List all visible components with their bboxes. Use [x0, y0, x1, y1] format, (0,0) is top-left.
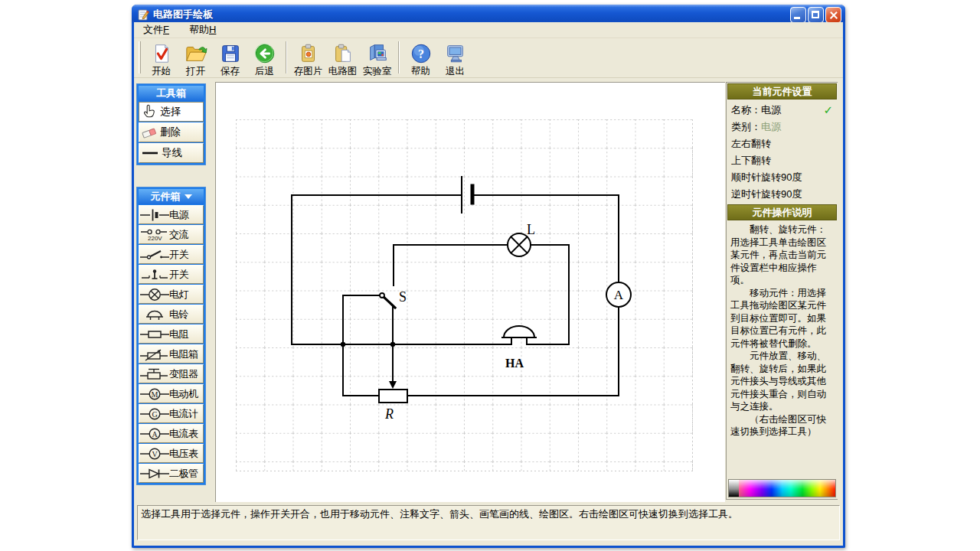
folder-open-icon	[185, 42, 207, 65]
lamp-icon	[140, 287, 169, 302]
menu-bar: 文件F 帮助H	[134, 22, 843, 38]
tool-select-button[interactable]: 选择	[139, 102, 204, 122]
eraser-icon	[142, 125, 157, 140]
junction-dot	[341, 342, 345, 347]
toolbar-grip[interactable]	[139, 41, 141, 73]
hue-strip[interactable]	[739, 480, 835, 497]
component-motor-button[interactable]: M 电动机	[139, 384, 204, 403]
maximize-button[interactable]	[808, 7, 824, 23]
app-icon	[137, 8, 150, 21]
component-bell-button[interactable]: 电铃	[139, 305, 204, 324]
voltmeter-icon: V	[140, 446, 169, 461]
minimize-button[interactable]	[790, 7, 806, 23]
grayscale-strip[interactable]	[729, 480, 739, 497]
ammeter-icon: A	[140, 426, 169, 442]
bell-icon	[140, 307, 169, 322]
save-button[interactable]: 保存	[213, 41, 247, 80]
start-button[interactable]: 开始	[144, 41, 178, 80]
rheostat-component[interactable]	[379, 344, 407, 403]
circuit-diagram-button[interactable]: 电路图	[325, 41, 360, 80]
laboratory-button[interactable]: 实验室	[360, 41, 394, 80]
component-galvanometer-button[interactable]: G 电流计	[139, 404, 204, 423]
status-message: 选择工具用于选择元件，操作开关开合，也用于移动元件、注释文字、箭头、画笔画的线、…	[137, 505, 840, 540]
component-lamp-button[interactable]: 电灯	[139, 285, 204, 304]
component-ac-button[interactable]: 220V 交流	[139, 225, 204, 244]
action-flip-vertical[interactable]: 上下翻转	[731, 152, 833, 169]
clipboard-page-icon	[332, 42, 354, 65]
resistor-icon	[140, 327, 169, 342]
action-rotate-cw-90[interactable]: 顺时针旋转90度	[731, 169, 833, 186]
svg-text:G: G	[152, 409, 157, 418]
action-flip-horizontal[interactable]: 左右翻转	[731, 135, 833, 152]
tool-wire-button[interactable]: 导线	[139, 143, 204, 163]
wire-icon	[142, 145, 158, 161]
motor-icon: M	[140, 386, 169, 402]
ac-source-icon: 220V	[140, 227, 169, 243]
desktop: 电路图手绘板 文件F 帮助H 开始	[0, 0, 980, 551]
lamp-component[interactable]	[394, 233, 569, 256]
component-ammeter-button[interactable]: A 电流表	[139, 424, 204, 443]
chevron-down-icon	[185, 194, 192, 199]
tool-delete-button[interactable]: 删除	[139, 122, 204, 142]
switch-label: S	[399, 289, 407, 305]
component-resistance-box-button[interactable]: 电阻箱	[139, 344, 204, 364]
maximize-icon	[812, 11, 819, 18]
open-button[interactable]: 打开	[178, 41, 213, 80]
ammeter-label: A	[614, 288, 624, 302]
back-button[interactable]: 后退	[247, 41, 282, 80]
app-window: 电路图手绘板 文件F 帮助H 开始	[132, 5, 845, 548]
back-arrow-icon	[253, 42, 276, 65]
svg-text:V: V	[152, 449, 158, 458]
battery-icon	[140, 207, 169, 223]
clipboard-image-icon	[297, 42, 320, 65]
toolbox-panel: 工具箱 选择 删除	[136, 83, 206, 165]
circuit-diagram[interactable]: L S	[216, 83, 726, 503]
svg-text:A: A	[152, 429, 158, 438]
svg-text:M: M	[152, 390, 158, 398]
setting-category-row: 类别：电源	[731, 119, 833, 135]
component-voltmeter-button[interactable]: V 电压表	[139, 444, 204, 463]
lamp-label: L	[527, 222, 535, 237]
settings-header: 当前元件设置	[727, 83, 837, 99]
window-title: 电路图手绘板	[153, 8, 213, 21]
close-button[interactable]	[825, 7, 841, 23]
drawing-canvas[interactable]: L S	[215, 82, 725, 502]
lab-machine-icon	[366, 42, 389, 65]
color-palette[interactable]	[728, 479, 836, 497]
circuit-wires[interactable]	[292, 195, 619, 396]
menu-help[interactable]: 帮助H	[186, 22, 219, 37]
rheostat-label: R	[384, 406, 394, 422]
floppy-save-icon	[219, 42, 242, 65]
action-rotate-ccw-90[interactable]: 逆时针旋转90度	[731, 186, 833, 203]
push-switch-icon	[140, 267, 169, 282]
setting-name-row: 名称：电源 ✓	[731, 102, 833, 119]
svg-text:?: ?	[418, 47, 424, 60]
toolbar: 开始 打开 保存	[134, 38, 843, 78]
switch-component[interactable]	[343, 293, 395, 308]
galvanometer-icon: G	[140, 406, 169, 422]
resistance-box-icon	[140, 347, 169, 362]
status-bar: 选择工具用于选择元件，操作开关开合，也用于移动元件、注释文字、箭头、画笔画的线、…	[134, 503, 843, 543]
exit-monitor-icon	[444, 42, 467, 65]
minimize-icon	[794, 17, 800, 19]
save-picture-button[interactable]: 存图片	[291, 41, 325, 80]
exit-button[interactable]: 退出	[438, 41, 472, 80]
right-panel: 当前元件设置 名称：电源 ✓ 类别：电源 左右翻转 上下翻转 顺时针旋转90度 …	[726, 82, 838, 500]
help-button[interactable]: ? 帮助	[403, 41, 438, 80]
bell-component[interactable]	[502, 326, 536, 344]
component-power-button[interactable]: 电源	[139, 205, 204, 224]
component-resistor-button[interactable]: 电阻	[139, 324, 204, 344]
bell-label: HA	[505, 357, 524, 370]
component-diode-button[interactable]: 二极管	[139, 464, 204, 483]
component-panel: 元件箱 电源 220V	[136, 187, 206, 485]
svg-text:220V: 220V	[148, 235, 162, 242]
toolbox-header: 工具箱	[139, 86, 204, 101]
battery-component[interactable]	[462, 177, 472, 213]
document-check-icon	[150, 42, 173, 65]
component-knife-switch-button[interactable]: 开关	[139, 245, 204, 264]
component-header[interactable]: 元件箱	[139, 189, 204, 204]
component-push-switch-button[interactable]: 开关	[139, 265, 204, 284]
instructions-header: 元件操作说明	[727, 204, 837, 220]
component-rheostat-button[interactable]: 变阻器	[139, 364, 204, 383]
menu-file[interactable]: 文件F	[140, 22, 172, 37]
